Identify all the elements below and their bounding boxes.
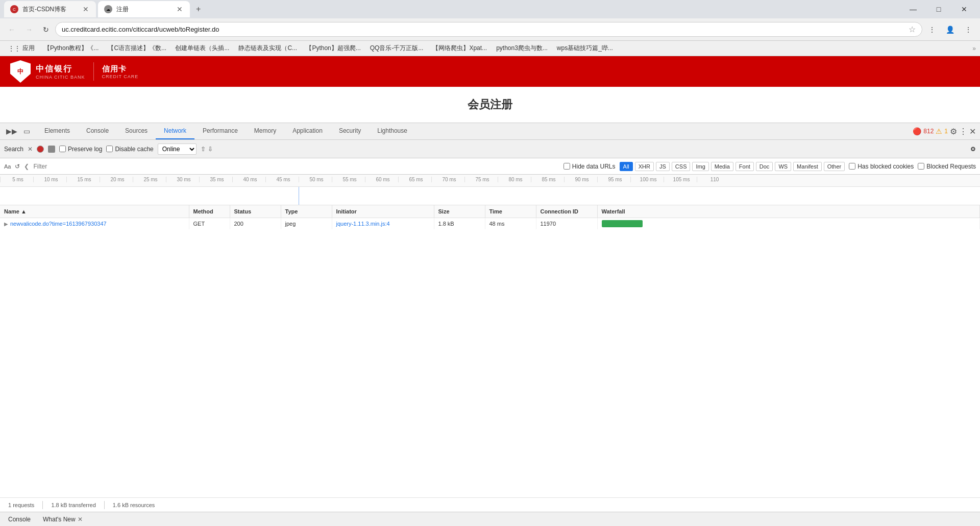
filter-tag-all[interactable]: All <box>620 162 633 171</box>
blocked-requests-text: Blocked Requests <box>926 163 976 170</box>
address-bar[interactable]: uc.creditcard.ecitic.com/citiccard/ucweb… <box>55 22 922 37</box>
minimize-button[interactable]: — <box>901 1 925 17</box>
bookmarks-more[interactable]: » <box>972 45 976 52</box>
blocked-requests-label[interactable]: Blocked Requests <box>918 163 976 170</box>
bookmark-apps[interactable]: ⋮⋮ 应用 <box>4 42 39 54</box>
filter-tag-other[interactable]: Other <box>824 162 845 171</box>
col-header-method[interactable]: Method <box>189 205 230 218</box>
bookmark-xpath[interactable]: 【网络爬虫】Xpat... <box>428 42 491 54</box>
page-title-area: 会员注册 <box>0 87 980 123</box>
col-header-name[interactable]: Name ▲ <box>0 205 189 218</box>
filter-tag-js[interactable]: JS <box>656 162 670 171</box>
bookmark-python-spider[interactable]: 【Python】超强爬... <box>302 42 364 54</box>
col-header-status[interactable]: Status <box>230 205 281 218</box>
new-tab-button[interactable]: + <box>192 3 205 16</box>
tab-close-register[interactable]: ✕ <box>176 4 184 14</box>
bookmark-static-list[interactable]: 静态链表及实现（C... <box>234 42 301 54</box>
profile-button[interactable]: 👤 <box>942 22 959 37</box>
devtools-close-button[interactable]: ✕ <box>969 127 976 136</box>
table-row[interactable]: ▶ newvalicode.do?time=1613967930347 GET … <box>0 218 980 230</box>
tab-application[interactable]: Application <box>284 123 331 139</box>
tab-csdn[interactable]: C 首页-CSDN博客 ✕ <box>4 1 96 17</box>
hide-data-urls-label[interactable]: Hide data URLs <box>564 163 616 170</box>
tab-close-csdn[interactable]: ✕ <box>82 4 90 14</box>
hide-data-urls-checkbox[interactable] <box>564 163 570 170</box>
tab-lighthouse[interactable]: Lighthouse <box>369 123 415 139</box>
back-button[interactable]: ← <box>4 22 19 37</box>
row-time: 48 ms <box>485 218 536 230</box>
bookmark-linked-list[interactable]: 创建单链表（头插... <box>171 42 233 54</box>
preserve-log-checkbox-label[interactable]: Preserve log <box>59 146 102 153</box>
filter-tag-xhr[interactable]: XHR <box>635 162 654 171</box>
search-close-button[interactable]: ✕ <box>28 146 33 153</box>
preserve-log-checkbox[interactable] <box>59 146 66 152</box>
col-header-connection-id[interactable]: Connection ID <box>536 205 597 218</box>
bottom-console-tab[interactable]: Console <box>4 514 35 525</box>
disable-cache-checkbox[interactable] <box>106 146 113 152</box>
extensions-button[interactable]: ⋮ <box>924 22 940 37</box>
col-header-initiator[interactable]: Initiator <box>332 205 434 218</box>
stop-recording-button[interactable] <box>48 146 55 153</box>
export-icon[interactable]: ⇩ <box>208 146 213 153</box>
tab-elements[interactable]: Elements <box>36 123 78 139</box>
url-text: uc.creditcard.ecitic.com/citiccard/ucweb… <box>62 26 904 33</box>
clear-filter-icon[interactable]: ❮ <box>24 163 29 170</box>
import-icon[interactable]: ⇧ <box>201 146 206 153</box>
logo-credit-group: 信用卡 CREDIT CARE <box>102 64 139 79</box>
has-blocked-cookies-label[interactable]: Has blocked cookies <box>849 163 914 170</box>
bottom-whats-new-tab[interactable]: What's New ✕ <box>39 514 87 525</box>
settings-button[interactable]: ⚙ <box>950 127 957 136</box>
initiator-link[interactable]: jquery-1.11.3.min.js:4 <box>336 221 390 227</box>
bookmark-python[interactable]: 【Python教程】《... <box>40 42 103 54</box>
menu-button[interactable]: ⋮ <box>961 22 976 37</box>
tab-sources[interactable]: Sources <box>117 123 156 139</box>
bookmark-python3[interactable]: python3爬虫与数... <box>492 42 552 54</box>
bookmark-star-button[interactable]: ☆ <box>909 25 916 34</box>
whats-new-close-icon[interactable]: ✕ <box>78 516 83 523</box>
bookmark-c-lang[interactable]: 【C语言描述】《数... <box>104 42 170 54</box>
forward-button[interactable]: → <box>21 22 37 37</box>
filter-tag-doc[interactable]: Doc <box>756 162 773 171</box>
close-button[interactable]: ✕ <box>952 1 976 17</box>
filter-tag-font[interactable]: Font <box>736 162 754 171</box>
tab-memory[interactable]: Memory <box>246 123 284 139</box>
col-header-waterfall[interactable]: Waterfall <box>597 205 980 218</box>
more-options-button[interactable]: ⋮ <box>959 127 967 136</box>
tick-35ms: 35 ms <box>199 177 232 182</box>
bookmark-wps[interactable]: wps基础技巧篇_哔... <box>553 42 617 54</box>
col-header-time[interactable]: Time <box>485 205 536 218</box>
timeline-cursor <box>299 187 299 205</box>
nav-icons: ⋮ 👤 ⋮ <box>924 22 976 37</box>
filter-tag-ws[interactable]: WS <box>775 162 791 171</box>
tab-security[interactable]: Security <box>331 123 369 139</box>
disable-cache-checkbox-label[interactable]: Disable cache <box>106 146 153 153</box>
tab-console[interactable]: Console <box>78 123 117 139</box>
filter-tag-media[interactable]: Media <box>711 162 733 171</box>
aa-toggle-button[interactable]: Aa <box>4 163 11 170</box>
tick-60ms: 60 ms <box>365 177 398 182</box>
filter-tag-css[interactable]: CSS <box>672 162 691 171</box>
refresh-filter-icon[interactable]: ↺ <box>15 163 20 170</box>
tick-95ms: 95 ms <box>597 177 630 182</box>
filter-input[interactable] <box>33 163 559 170</box>
inspect-element-button[interactable]: ▶▶ <box>4 125 19 137</box>
col-header-size[interactable]: Size <box>434 205 485 218</box>
refresh-button[interactable]: ↻ <box>39 22 53 37</box>
tab-performance[interactable]: Performance <box>194 123 246 139</box>
maximize-button[interactable]: □ <box>927 1 950 17</box>
tab-register[interactable]: ☁ 注册 ✕ <box>98 1 190 17</box>
filter-type-tags: All XHR JS CSS Img Media Font Doc WS Man… <box>620 162 845 171</box>
tick-20ms: 20 ms <box>100 177 133 182</box>
record-button[interactable] <box>37 146 44 153</box>
blocked-requests-checkbox[interactable] <box>918 163 924 170</box>
col-header-type[interactable]: Type <box>281 205 332 218</box>
filter-tag-manifest[interactable]: Manifest <box>793 162 822 171</box>
has-blocked-cookies-checkbox[interactable] <box>849 163 855 170</box>
filter-tag-img[interactable]: Img <box>692 162 708 171</box>
network-settings-icon[interactable]: ⚙ <box>970 146 976 153</box>
throttle-select[interactable]: Online Fast 3G Slow 3G Offline <box>158 144 197 155</box>
bookmark-qq-music[interactable]: QQ音乐-千万正版... <box>366 42 428 54</box>
page-title: 会员注册 <box>0 97 980 112</box>
device-toolbar-button[interactable]: ▭ <box>21 125 32 137</box>
tab-network[interactable]: Network <box>156 123 194 139</box>
